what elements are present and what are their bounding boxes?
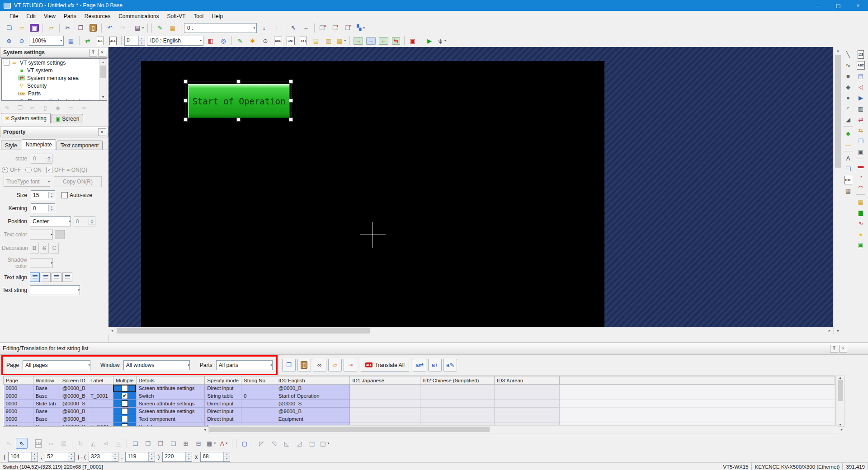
bring-to-front-icon[interactable]: ❏ bbox=[129, 438, 141, 449]
column-header-specify-mode[interactable]: Specify mode bbox=[205, 376, 241, 385]
close-icon[interactable]: × bbox=[839, 345, 847, 352]
selection-handle[interactable] bbox=[236, 118, 241, 122]
close-icon[interactable]: × bbox=[98, 49, 106, 56]
export-icon[interactable]: ▱ bbox=[65, 102, 76, 113]
delete-icon[interactable]: ◆ bbox=[52, 102, 64, 113]
tab-system-setting[interactable]: ✱ System setting bbox=[1, 113, 51, 123]
import-icon[interactable]: ⇥ bbox=[344, 359, 357, 371]
select-all-parts-icon[interactable]: ◱▾ bbox=[319, 438, 330, 449]
tab-nameplate[interactable]: Nameplate bbox=[22, 139, 56, 150]
library-book-icon[interactable]: ▥ bbox=[323, 35, 335, 46]
table-icon[interactable]: ▦ bbox=[843, 186, 854, 196]
open-file-icon[interactable]: ▱ bbox=[16, 23, 28, 33]
tab-text-component[interactable]: Text component bbox=[57, 141, 103, 150]
keypad-icon[interactable]: ▦ bbox=[167, 23, 179, 33]
maximize-button[interactable]: ▢ bbox=[828, 0, 848, 11]
cell-id2[interactable] bbox=[420, 385, 495, 392]
auto-size-checkbox[interactable]: Auto-size bbox=[61, 192, 92, 198]
cell-window[interactable]: Base bbox=[33, 415, 60, 423]
off-equals-on-checkbox[interactable]: ✓OFF = ON(Q) bbox=[46, 167, 87, 173]
scroll-down-icon[interactable]: ▼ bbox=[835, 328, 842, 334]
cell-id2[interactable] bbox=[420, 392, 495, 400]
movie-icon[interactable]: ▥ bbox=[855, 103, 866, 113]
canvas-h-scrollbar[interactable]: ◄ ► bbox=[108, 327, 833, 334]
zoom-combobox[interactable]: 100%▾ bbox=[29, 36, 64, 46]
menu-tool[interactable]: Tool bbox=[189, 12, 208, 21]
find-icon[interactable]: ∞ bbox=[313, 359, 326, 371]
cell-id0[interactable]: Equipment bbox=[276, 415, 349, 423]
skew-icon[interactable]: △ bbox=[113, 438, 124, 449]
cut-icon[interactable]: ✂ bbox=[62, 23, 74, 33]
send-backward-icon[interactable]: ❑ bbox=[167, 438, 179, 449]
column-header-string-no-[interactable]: String No. bbox=[241, 376, 276, 385]
ellipse-icon[interactable]: ● bbox=[843, 93, 854, 103]
cell-window[interactable]: Base bbox=[33, 385, 60, 392]
selection-handle[interactable] bbox=[184, 80, 188, 84]
video-icon[interactable]: ▶ bbox=[855, 93, 866, 103]
sector-icon[interactable]: ◢ bbox=[843, 114, 854, 124]
menu-parts[interactable]: Parts bbox=[60, 12, 80, 21]
pin-icon[interactable] bbox=[830, 345, 838, 352]
column-header-window[interactable]: Window bbox=[33, 376, 60, 385]
parts-gear-icon[interactable]: ✱ bbox=[247, 35, 259, 46]
file-transfer-icon[interactable]: ⇆ bbox=[855, 125, 866, 135]
text-icon[interactable]: A bbox=[843, 153, 854, 163]
multiple-checkbox-cell[interactable] bbox=[113, 408, 136, 415]
menu-soft-vt[interactable]: Soft-VT bbox=[163, 12, 190, 21]
flip-vertical-icon[interactable]: ⊲ bbox=[100, 438, 112, 449]
menu-view[interactable]: View bbox=[40, 12, 60, 21]
column-header-page[interactable]: Page bbox=[4, 376, 33, 385]
table-row[interactable]: 9000Base@9000_BText componentDirect inpu… bbox=[4, 415, 835, 423]
close-icon[interactable]: × bbox=[98, 128, 106, 136]
text-style-icon[interactable]: A▾ bbox=[218, 438, 230, 449]
cell-label[interactable] bbox=[88, 415, 113, 423]
tree-item-vt-system[interactable]: ■VT system bbox=[2, 66, 107, 74]
bold-button[interactable]: B bbox=[30, 243, 39, 254]
numeric-display-icon[interactable]: 123 bbox=[855, 49, 866, 59]
cell-id2[interactable] bbox=[420, 415, 495, 423]
menu-help[interactable]: Help bbox=[208, 12, 227, 21]
io-icon[interactable]: ⇄ bbox=[855, 114, 866, 124]
copy-icon[interactable]: ❐ bbox=[282, 359, 296, 371]
cell-id3[interactable] bbox=[495, 408, 560, 415]
touch-switch-icon[interactable]: ▣ bbox=[855, 240, 866, 250]
open-project-icon[interactable]: ▱ bbox=[45, 23, 57, 33]
select-region-icon[interactable]: ◰ bbox=[306, 438, 318, 449]
canvas-v-scrollbar[interactable]: ▲ ▼ bbox=[833, 47, 842, 334]
kerning-spinner[interactable]: 0 ▲▼ bbox=[31, 203, 55, 213]
state-spinner[interactable]: 0 ▲▼ bbox=[31, 154, 52, 164]
text-display-icon[interactable]: ABC bbox=[855, 60, 866, 70]
copy-icon[interactable]: ❐ bbox=[75, 23, 86, 33]
selection-handle[interactable] bbox=[289, 118, 293, 122]
cell-window[interactable]: Base bbox=[33, 408, 60, 415]
edit-screen-icon[interactable]: ✎ bbox=[154, 23, 166, 33]
monitor-icon[interactable]: ▣ bbox=[407, 35, 419, 46]
checkbox-unchecked[interactable] bbox=[122, 416, 128, 422]
cell-specify_mode[interactable]: Direct input bbox=[205, 415, 241, 423]
width-spinner[interactable]: 220▲▼ bbox=[162, 452, 192, 462]
abc-icon[interactable]: ABC bbox=[272, 35, 284, 46]
transfer-to-vt-icon[interactable]: → bbox=[352, 35, 364, 46]
column-header-id2-chinese-simplified-[interactable]: ID2:Chinese (Simplified) bbox=[420, 376, 495, 385]
scroll-up-icon[interactable]: ▲ bbox=[99, 59, 107, 66]
align-parts-icon[interactable]: ▦▾ bbox=[205, 438, 217, 449]
overlap-2-icon[interactable]: ❑2 bbox=[342, 23, 354, 33]
cell-details[interactable]: Screen attribute settings bbox=[136, 408, 205, 415]
send-to-back-icon[interactable]: ❒ bbox=[142, 438, 154, 449]
menu-file[interactable]: File bbox=[5, 12, 22, 21]
tab-style[interactable]: Style bbox=[1, 141, 21, 150]
tree-item-security[interactable]: ⚲Security bbox=[2, 82, 107, 89]
buzzer-icon[interactable]: ◁ bbox=[855, 82, 866, 92]
cell-page[interactable]: 0000 bbox=[4, 385, 33, 392]
cell-id0[interactable]: @0000_S bbox=[276, 400, 349, 408]
undo-icon[interactable]: ↶ bbox=[104, 23, 116, 33]
cell-screen_id[interactable]: @9000_B bbox=[60, 415, 88, 423]
tree-item-change-display-text-string[interactable]: ◍Change display text string bbox=[2, 97, 107, 101]
select-frame-icon[interactable]: ▢ bbox=[239, 438, 250, 449]
selection-handle[interactable] bbox=[236, 80, 241, 84]
cell-page[interactable]: 9000 bbox=[4, 408, 33, 415]
y2-spinner[interactable]: 119▲▼ bbox=[125, 452, 155, 462]
table-parts-icon[interactable]: ▦ bbox=[855, 197, 866, 207]
overlap-base-icon[interactable]: ❑B bbox=[317, 23, 329, 33]
retranslate-icon[interactable]: a⇄ bbox=[413, 359, 426, 371]
